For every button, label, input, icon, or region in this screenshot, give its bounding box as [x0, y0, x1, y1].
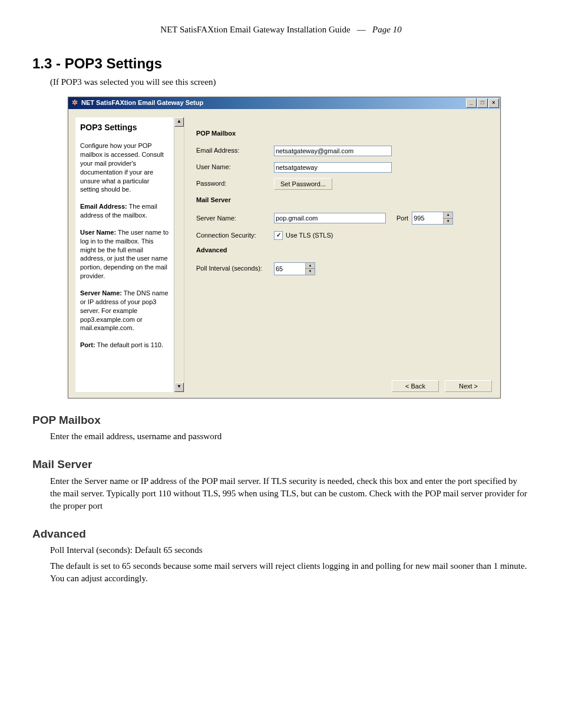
group-mail-server: Mail Server: [196, 196, 492, 205]
heading-pop-mailbox: POP Mailbox: [32, 413, 530, 429]
server-name-field[interactable]: [274, 213, 386, 223]
checkbox-icon: ✓: [274, 231, 283, 240]
password-label: Password:: [196, 179, 274, 188]
screenshot-figure: ✲ NET SatisFAXtion Email Gateway Setup _…: [68, 97, 530, 398]
username-label: User Name:: [196, 163, 274, 172]
poll-up-icon[interactable]: ▲: [305, 263, 315, 269]
next-button[interactable]: Next >: [445, 380, 492, 392]
heading-advanced: Advanced: [32, 526, 530, 542]
server-name-label: Server Name:: [196, 214, 274, 223]
text-advanced-2: The default is set to 65 seconds because…: [50, 560, 530, 585]
section-title: 1.3 - POP3 Settings: [32, 54, 530, 74]
page-header: NET SatisFAXtion Email Gateway Installat…: [32, 24, 530, 36]
port-label: Port: [396, 214, 408, 223]
scroll-down-icon[interactable]: ▼: [174, 383, 184, 392]
scroll-up-icon[interactable]: ▲: [174, 117, 184, 127]
email-label: Email Address:: [196, 146, 274, 155]
text-mail-server: Enter the Server name or IP address of t…: [50, 475, 530, 512]
port-field[interactable]: [412, 212, 443, 224]
connection-security-label: Connection Security:: [196, 231, 274, 240]
sidebar-heading: POP3 Settings: [80, 122, 179, 134]
help-sidebar: ▲ ▼ POP3 Settings Configure how your POP…: [75, 117, 184, 392]
username-field[interactable]: [274, 162, 392, 173]
poll-interval-stepper[interactable]: ▲ ▼: [274, 262, 315, 275]
heading-mail-server: Mail Server: [32, 457, 530, 473]
doc-title: NET SatisFAXtion Email Gateway Installat…: [160, 25, 350, 34]
window-title: NET SatisFAXtion Email Gateway Setup: [81, 98, 465, 107]
group-advanced: Advanced: [196, 246, 492, 255]
section-note: (If POP3 was selected you will see this …: [50, 76, 530, 88]
sidebar-server-help: Server Name: The DNS name or IP address …: [80, 289, 179, 332]
page-number: Page 10: [372, 25, 402, 34]
poll-interval-field[interactable]: [275, 263, 305, 275]
sidebar-user-help: User Name: The user name to log in to th…: [80, 228, 179, 281]
minimize-button[interactable]: _: [466, 98, 477, 108]
email-field[interactable]: [274, 146, 392, 156]
port-down-icon[interactable]: ▼: [443, 219, 452, 225]
sidebar-intro: Configure how your POP mailbox is access…: [80, 141, 179, 194]
text-pop-mailbox: Enter the email address, username and pa…: [50, 430, 530, 443]
app-window: ✲ NET SatisFAXtion Email Gateway Setup _…: [68, 97, 501, 398]
port-up-icon[interactable]: ▲: [443, 212, 452, 219]
poll-down-icon[interactable]: ▼: [305, 269, 315, 275]
use-tls-checkbox[interactable]: ✓ Use TLS (STLS): [274, 231, 333, 240]
app-icon: ✲: [71, 99, 79, 107]
settings-form: POP Mailbox Email Address: User Name: Pa…: [184, 117, 494, 392]
window-titlebar[interactable]: ✲ NET SatisFAXtion Email Gateway Setup _…: [68, 97, 500, 109]
use-tls-label: Use TLS (STLS): [286, 231, 333, 240]
port-stepper[interactable]: ▲ ▼: [412, 212, 453, 225]
text-advanced-1: Poll Interval (seconds): Default 65 seco…: [50, 544, 530, 556]
sidebar-email-help: Email Address: The email address of the …: [80, 202, 179, 220]
sidebar-port-help: Port: The default port is 110.: [80, 341, 179, 350]
scrollbar[interactable]: ▲ ▼: [174, 117, 184, 392]
separator: —: [357, 25, 366, 34]
close-button[interactable]: ×: [488, 98, 499, 108]
group-pop-mailbox: POP Mailbox: [196, 129, 492, 138]
set-password-button[interactable]: Set Password...: [274, 178, 332, 190]
maximize-button[interactable]: □: [477, 98, 488, 108]
back-button[interactable]: < Back: [392, 380, 439, 392]
poll-interval-label: Poll Interval (seconds):: [196, 264, 274, 273]
